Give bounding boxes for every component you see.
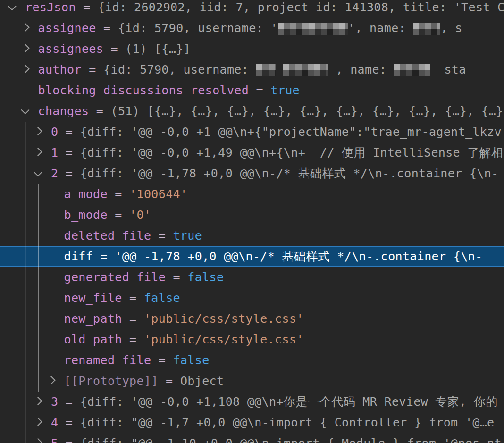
property-name: b_mode xyxy=(64,208,108,222)
tree-row-diff[interactable]: diff = '@@ -1,78 +0,0 @@\n-/* 基础样式 */\n-… xyxy=(0,246,504,267)
value-preview: {id: 5790, username: ' xyxy=(118,21,278,35)
row-text: assignees = (1) [{…}] xyxy=(38,42,191,56)
chevron-down-icon[interactable] xyxy=(21,106,29,114)
value-preview: , s xyxy=(440,21,462,35)
equals-sign: = xyxy=(122,291,144,305)
property-name: assignee xyxy=(38,21,96,35)
equals-sign: = xyxy=(82,63,103,76)
equals-sign: = xyxy=(249,84,270,97)
chevron-right-icon[interactable] xyxy=(34,127,42,135)
property-name: old_path xyxy=(64,333,122,346)
indent-guide xyxy=(25,122,26,443)
row-text: b_mode = '0' xyxy=(64,208,151,222)
equals-sign: = xyxy=(166,270,187,284)
tree-row-change-4[interactable]: 4 = {diff: "@@ -1,7 +0,0 @@\n-import { C… xyxy=(0,412,504,433)
chevron-right-icon[interactable] xyxy=(47,376,55,384)
object-tree: resJson = {id: 2602902, iid: 7, project_… xyxy=(0,0,504,443)
equals-sign: = xyxy=(58,436,80,443)
boolean-value: false xyxy=(187,270,224,284)
boolean-value: false xyxy=(173,353,210,367)
tree-row-old_path[interactable]: old_path = 'public/css/style.css' xyxy=(0,329,504,350)
tree-row-prototype[interactable]: [[Prototype]] = Object xyxy=(0,371,504,392)
equals-sign: = xyxy=(151,229,173,242)
row-text: blocking_discussions_resolved = true xyxy=(38,84,300,97)
row-text: a_mode = '100644' xyxy=(64,187,188,201)
chevron-right-icon[interactable] xyxy=(21,44,29,52)
tree-row-new_path[interactable]: new_path = 'public/css/style.css' xyxy=(0,309,504,329)
tree-row-new_file[interactable]: new_file = false xyxy=(0,288,504,309)
property-name: a_mode xyxy=(64,187,108,201)
chevron-right-icon[interactable] xyxy=(34,148,42,156)
chevron-down-icon[interactable] xyxy=(34,168,42,176)
chevron-down-icon[interactable] xyxy=(8,2,16,10)
tree-row-assignee[interactable]: assignee = {id: 5790, username: '', name… xyxy=(0,18,504,39)
tree-row-deleted_file[interactable]: deleted_file = true xyxy=(0,226,504,246)
tree-row-change-0[interactable]: 0 = {diff: '@@ -0,0 +1 @@\n+{"projectNam… xyxy=(0,122,504,142)
boolean-value: true xyxy=(173,229,202,242)
tree-row-change-1[interactable]: 1 = {diff: '@@ -0,0 +1,49 @@\n+{\n+ // 使… xyxy=(0,142,504,163)
tree-row-change-3[interactable]: 3 = {diff: '@@ -0,0 +1,108 @@\n+你是一个代码 M… xyxy=(0,392,504,412)
chevron-right-icon[interactable] xyxy=(34,397,42,405)
row-text: new_file = false xyxy=(64,291,180,305)
equals-sign: = xyxy=(103,42,125,56)
tree-row-resJson[interactable]: resJson = {id: 2602902, iid: 7, project_… xyxy=(0,0,504,18)
string-value: '100644' xyxy=(129,187,187,201)
indent-guide-active xyxy=(38,184,39,392)
equals-sign: = xyxy=(89,104,110,118)
property-name: 1 xyxy=(51,146,58,159)
value-preview: {id: 5790, username: xyxy=(103,63,256,76)
value-preview: (1) [{…}] xyxy=(125,42,191,56)
property-name: assignees xyxy=(38,42,104,56)
property-name: blocking_discussions_resolved xyxy=(38,84,249,97)
property-name: new_file xyxy=(64,291,122,305)
property-name: new_path xyxy=(64,312,122,326)
value-preview: {diff: '@@ -1,78 +0,0 @@\n-/* 基础样式 */\n-… xyxy=(80,167,499,180)
property-name: author xyxy=(38,63,82,76)
tree-row-blocking_discussions_resolved[interactable]: blocking_discussions_resolved = true xyxy=(0,80,504,101)
row-text: 5 = {diff: "@@ -1,10 +0,0 @@\n-import { … xyxy=(51,436,502,443)
boolean-value: true xyxy=(270,84,300,97)
equals-sign: = xyxy=(96,21,118,35)
tree-row-renamed_file[interactable]: renamed_file = false xyxy=(0,350,504,371)
redacted-text xyxy=(283,64,328,76)
property-name: 3 xyxy=(51,395,58,409)
tree-row-a_mode[interactable]: a_mode = '100644' xyxy=(0,184,504,205)
string-value: '@@ -1,78 +0,0 @@\n-/* 基础样式 */\n-.contai… xyxy=(115,250,482,263)
redacted-text xyxy=(413,23,440,35)
tree-row-b_mode[interactable]: b_mode = '0' xyxy=(0,205,504,226)
debug-variables-panel: resJson = {id: 2602902, iid: 7, project_… xyxy=(0,0,504,443)
chevron-right-icon[interactable] xyxy=(21,65,29,73)
equals-sign: = xyxy=(122,312,144,326)
tree-row-change-2[interactable]: 2 = {diff: '@@ -1,78 +0,0 @@\n-/* 基础样式 *… xyxy=(0,163,504,184)
equals-sign: = xyxy=(58,125,80,139)
row-text: deleted_file = true xyxy=(64,229,202,242)
tree-row-changes[interactable]: changes = (51) [{…}, {…}, {…}, {…}, {…},… xyxy=(0,101,504,122)
row-text: 3 = {diff: '@@ -0,0 +1,108 @@\n+你是一个代码 M… xyxy=(51,395,498,409)
tree-row-generated_file[interactable]: generated_file = false xyxy=(0,267,504,288)
tree-row-change-5[interactable]: 5 = {diff: "@@ -1,10 +0,0 @@\n-import { … xyxy=(0,433,504,443)
equals-sign: = xyxy=(58,416,80,429)
row-text: new_path = 'public/css/style.css' xyxy=(64,312,304,326)
property-name: 5 xyxy=(51,436,58,443)
property-name: changes xyxy=(38,104,89,118)
equals-sign: = xyxy=(108,187,129,201)
indent-guide xyxy=(13,18,13,443)
property-name: deleted_file xyxy=(64,229,151,242)
value-preview: {diff: '@@ -0,0 +1 @@\n+{"projectName":"… xyxy=(80,125,502,139)
row-text: 0 = {diff: '@@ -0,0 +1 @@\n+{"projectNam… xyxy=(51,125,502,139)
value-preview: {diff: "@@ -1,7 +0,0 @@\n-import { Contr… xyxy=(80,416,495,429)
tree-row-author[interactable]: author = {id: 5790, username: , name: st… xyxy=(0,59,504,80)
row-text: resJson = {id: 2602902, iid: 7, project_… xyxy=(25,0,504,14)
property-name: resJson xyxy=(25,0,76,14)
equals-sign: = xyxy=(122,333,144,346)
chevron-right-icon[interactable] xyxy=(34,418,42,426)
equals-sign: = xyxy=(151,353,173,367)
equals-sign: = xyxy=(93,250,115,263)
tree-row-assignees[interactable]: assignees = (1) [{…}] xyxy=(0,39,504,59)
boolean-value: false xyxy=(144,291,180,305)
property-name: diff xyxy=(64,250,93,263)
row-text: assignee = {id: 5790, username: '', name… xyxy=(38,21,462,35)
chevron-right-icon[interactable] xyxy=(34,438,42,443)
chevron-right-icon[interactable] xyxy=(21,23,29,32)
equals-sign: = xyxy=(76,0,98,14)
